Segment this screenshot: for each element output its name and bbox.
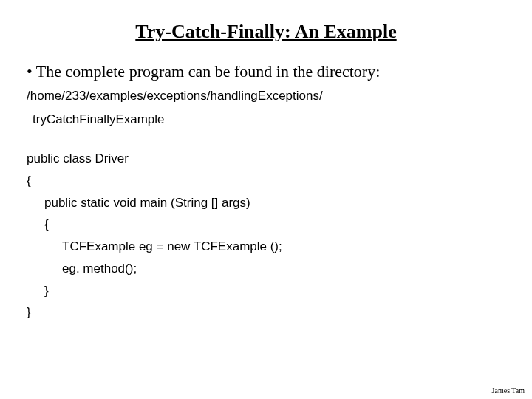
slide-title: Try-Catch-Finally: An Example xyxy=(27,21,505,43)
code-line: TCFExample eg = new TCFExample (); xyxy=(62,236,505,258)
directory-path: /home/233/examples/exceptions/handlingEx… xyxy=(27,89,505,103)
footer-author: James Tam xyxy=(492,386,525,395)
bullet-intro: • The complete program can be found in t… xyxy=(27,62,505,81)
code-line: public static void main (String [] args) xyxy=(44,192,505,214)
code-line: { xyxy=(27,170,505,192)
code-line: } xyxy=(44,280,505,302)
code-line: } xyxy=(27,301,505,324)
code-block: public class Driver { public static void… xyxy=(27,148,505,324)
code-line: public class Driver xyxy=(27,148,505,170)
directory-subpath: tryCatchFinallyExample xyxy=(33,112,505,127)
code-line: eg. method(); xyxy=(62,258,505,280)
code-line: { xyxy=(44,214,505,236)
